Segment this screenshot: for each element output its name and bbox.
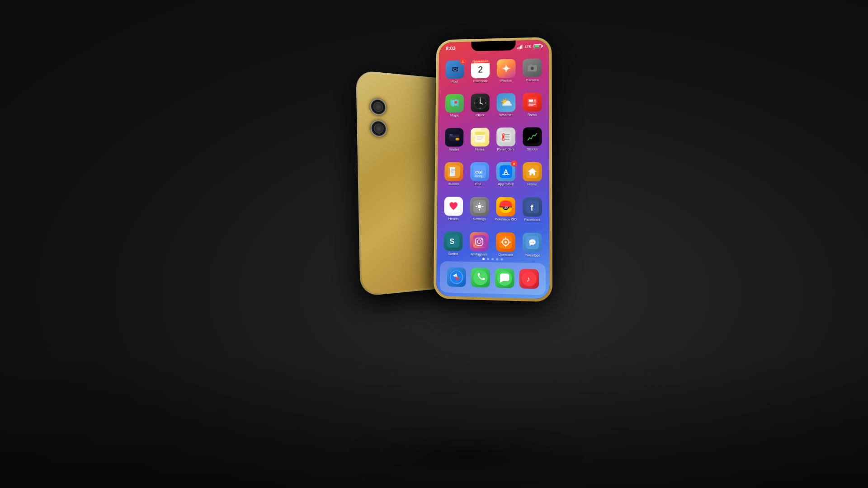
phone-screen: 8:03 LTE	[436, 40, 550, 299]
svg-text:S: S	[449, 238, 454, 246]
camera-lens-1	[370, 98, 386, 115]
svg-rect-20	[450, 134, 453, 136]
app-maps[interactable]: Maps	[443, 92, 467, 125]
phone-front[interactable]: 8:03 LTE	[434, 37, 552, 302]
app-mail[interactable]: ✉ 1 Mail	[443, 58, 467, 91]
app-scribd[interactable]: S Scribd	[441, 230, 466, 256]
app-cgirony[interactable]: CGI Rony CGI...	[467, 160, 492, 193]
status-icons: LTE	[518, 44, 542, 49]
signal-bar-2	[519, 47, 520, 49]
iphone-brand-text: iPhone	[402, 260, 425, 268]
app-notes-label: Notes	[475, 147, 485, 151]
app-reminders-label: Reminders	[497, 147, 515, 151]
svg-text:♪: ♪	[526, 275, 530, 283]
svg-rect-4	[530, 64, 532, 66]
svg-text:Rony: Rony	[475, 174, 483, 178]
battery-icon	[533, 44, 542, 48]
app-instagram[interactable]: Instagram	[467, 230, 491, 257]
page-dot-5	[500, 258, 503, 260]
lte-label: LTE	[525, 44, 531, 48]
app-news-label: News	[528, 113, 537, 117]
app-tweetbot-label: Tweetbot	[525, 253, 540, 258]
dock-phone[interactable]	[471, 268, 490, 288]
app-stocks-label: Stocks	[527, 147, 538, 151]
app-health[interactable]: Health	[441, 195, 466, 228]
app-tweetbot[interactable]: Tweetbot	[520, 231, 545, 258]
dock-music[interactable]: ♪	[519, 269, 538, 289]
app-photos-label: Photos	[500, 79, 512, 83]
app-reminders[interactable]: Reminders	[494, 126, 518, 159]
app-camera-label: Camera	[526, 78, 539, 82]
camera-module	[370, 98, 387, 142]
status-time: 8:03	[446, 46, 455, 51]
app-instagram-label: Instagram	[471, 252, 487, 257]
app-mail-label: Mail	[452, 80, 458, 84]
dock-messages[interactable]	[495, 268, 514, 288]
app-wallet[interactable]: Wallet	[442, 126, 466, 159]
app-ibooks[interactable]: iBooks	[442, 160, 466, 193]
app-health-label: Health	[448, 217, 459, 221]
svg-point-49	[478, 205, 481, 208]
app-pokemon[interactable]: Pokémon GO	[493, 195, 518, 229]
app-appstore[interactable]: A 9 App Store	[494, 160, 518, 193]
dock: ♪	[440, 261, 546, 295]
app-calendar-label: Calendar	[473, 79, 487, 83]
signal-bar-3	[520, 46, 521, 49]
svg-rect-15	[534, 99, 536, 102]
page-dot-2	[486, 258, 489, 260]
phone-shadow	[353, 443, 579, 470]
svg-rect-17	[449, 136, 459, 137]
app-clock-label: Clock	[476, 113, 485, 117]
app-settings[interactable]: Settings	[467, 195, 491, 229]
app-home-label: Home	[528, 182, 538, 186]
app-maps-label: Maps	[450, 113, 459, 117]
page-dot-3	[491, 258, 494, 260]
app-grid: ✉ 1 Mail THURSDAY 2 Calendar	[437, 53, 550, 262]
svg-text:CGI: CGI	[475, 170, 482, 174]
app-facebook[interactable]: f Facebook	[520, 196, 545, 230]
app-notes[interactable]: Notes	[468, 126, 492, 159]
svg-rect-57	[473, 235, 486, 248]
svg-rect-36	[451, 167, 455, 176]
app-photos[interactable]: Photos	[494, 57, 519, 89]
signal-bar-1	[518, 47, 519, 49]
svg-rect-22	[475, 132, 485, 135]
app-news[interactable]: News	[520, 91, 544, 124]
notch	[471, 41, 515, 52]
appstore-badge: 9	[511, 160, 517, 167]
app-home[interactable]: Home	[520, 160, 545, 194]
app-overcast[interactable]: Overcast	[493, 230, 518, 257]
app-appstore-label: App Store	[498, 182, 514, 186]
app-calendar[interactable]: THURSDAY 2 Calendar	[468, 58, 492, 90]
app-settings-label: Settings	[473, 217, 486, 221]
battery-fill	[534, 45, 539, 47]
signal-bars	[518, 44, 523, 49]
app-stocks[interactable]: Stocks	[520, 126, 545, 159]
app-pokemon-label: Pokémon GO	[495, 217, 517, 222]
camera-lens-2	[370, 120, 387, 137]
page-dot-4	[496, 258, 498, 260]
dock-safari[interactable]	[447, 267, 466, 287]
signal-bar-4	[522, 45, 523, 49]
app-weather[interactable]: ⛅ Weather	[494, 91, 518, 124]
app-facebook-label: Facebook	[524, 217, 541, 222]
app-ibooks-label: iBooks	[448, 182, 459, 186]
page-dot-1	[482, 258, 484, 260]
app-clock[interactable]: Clock	[468, 92, 492, 124]
app-cgirony-label: CGI...	[475, 182, 485, 186]
app-wallet-label: Wallet	[449, 147, 459, 151]
app-scribd-label: Scribd	[448, 252, 458, 256]
mail-badge: 1	[460, 58, 466, 65]
app-overcast-label: Overcast	[498, 253, 513, 257]
app-weather-label: Weather	[499, 113, 513, 117]
app-camera[interactable]: Camera	[520, 56, 544, 89]
svg-text:f: f	[530, 203, 533, 213]
